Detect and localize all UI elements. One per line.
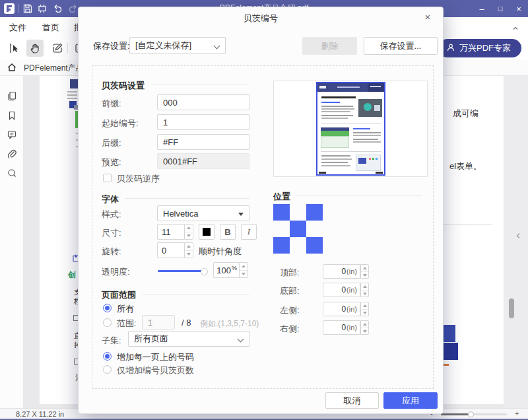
edit-tool-icon[interactable]: [49, 40, 66, 57]
thumb-text-line: [321, 165, 350, 166]
margin-bottom-input[interactable]: 0(in): [323, 283, 360, 297]
thumb-image-detail: [369, 158, 371, 160]
spinner-down-icon[interactable]: [185, 251, 193, 258]
undo-icon[interactable]: [53, 3, 63, 14]
thumb-header-text: [370, 86, 381, 87]
dialog-close-icon[interactable]: ×: [422, 11, 434, 23]
zoom-slider-thumb[interactable]: [468, 411, 474, 417]
menu-item-home[interactable]: 首页: [42, 22, 59, 34]
spinner-down-icon[interactable]: [185, 232, 193, 240]
margin-top-input[interactable]: 0(in): [323, 264, 360, 279]
reverse-order-checkbox[interactable]: [103, 174, 112, 182]
page-preview-box: [273, 81, 428, 177]
opacity-spinner[interactable]: 100%: [213, 262, 248, 278]
increase-only-label: 仅增加编号贝茨页数: [117, 365, 194, 376]
position-cell-middle-left[interactable]: [273, 221, 290, 237]
comment-icon[interactable]: [7, 129, 17, 140]
margin-left-input[interactable]: 0(in): [323, 302, 360, 316]
dropdown-triangle-icon: [238, 213, 244, 216]
opacity-slider[interactable]: [158, 270, 205, 272]
save-icon[interactable]: [22, 3, 33, 14]
expert-account-button[interactable]: 万兴PDF专家: [438, 39, 521, 57]
prefix-input[interactable]: [157, 94, 249, 110]
pages-panel-icon[interactable]: [7, 90, 17, 101]
snapshot-icon[interactable]: [37, 3, 48, 14]
save-settings-value: [自定义未保存]: [135, 40, 191, 52]
spinner-down-icon[interactable]: [240, 271, 248, 278]
font-style-select[interactable]: Helvetica: [157, 205, 249, 221]
position-cell-top-right[interactable]: [306, 204, 323, 221]
position-cell-top-center[interactable]: [290, 204, 306, 221]
collapse-ribbon-icon[interactable]: [512, 22, 519, 29]
font-size-spinner[interactable]: 11: [157, 224, 193, 240]
right-panel-gutter: [504, 76, 528, 408]
apply-button[interactable]: 应用: [383, 392, 438, 409]
opacity-label: 透明度:: [102, 266, 130, 278]
position-grid: [273, 204, 323, 254]
cancel-button[interactable]: 取消: [325, 392, 379, 409]
range-all-radio[interactable]: [103, 304, 112, 312]
spinner-down-icon[interactable]: [361, 328, 368, 335]
position-cell-middle-right[interactable]: [306, 221, 323, 237]
subset-select[interactable]: 所有页面: [128, 331, 249, 347]
page-blue-block: [444, 325, 455, 342]
spinner-down-icon[interactable]: [361, 310, 368, 316]
spinner-down-icon[interactable]: [361, 291, 368, 297]
redo-icon[interactable]: [67, 3, 78, 14]
position-cell-bottom-left[interactable]: [273, 237, 290, 254]
spinner-up-icon[interactable]: [361, 302, 368, 310]
spinner-up-icon[interactable]: [185, 225, 193, 232]
search-icon[interactable]: [7, 168, 17, 178]
panel-expand-icon[interactable]: [515, 230, 521, 242]
position-cell-center[interactable]: [290, 221, 306, 237]
position-cell-bottom-center[interactable]: [290, 237, 306, 254]
delete-settings-button[interactable]: 删除: [302, 37, 357, 55]
margin-right-spinner[interactable]: [360, 320, 369, 335]
range-custom-radio[interactable]: [103, 318, 112, 327]
italic-button[interactable]: I: [241, 224, 257, 240]
margin-right-input[interactable]: 0(in): [323, 320, 360, 335]
margin-bottom-spinner[interactable]: [360, 283, 369, 297]
start-number-input[interactable]: [157, 114, 249, 130]
zoom-in-icon[interactable]: +: [515, 409, 519, 417]
bold-button[interactable]: B: [220, 224, 236, 240]
save-settings-button[interactable]: 保存设置...: [364, 37, 438, 55]
thumb-image-detail: [376, 158, 378, 160]
close-window-button[interactable]: ×: [510, 0, 528, 17]
range-input[interactable]: [142, 315, 175, 330]
hand-tool-icon[interactable]: [26, 40, 44, 57]
home-icon[interactable]: [7, 62, 17, 75]
thumb-text-line: [353, 139, 378, 140]
save-settings-select[interactable]: [自定义未保存]: [129, 37, 226, 54]
font-color-button[interactable]: [199, 224, 214, 240]
bookmark-icon[interactable]: [7, 110, 17, 121]
select-tool-icon[interactable]: [5, 40, 22, 57]
margin-bottom-label: 底部:: [280, 285, 300, 297]
spinner-up-icon[interactable]: [185, 243, 193, 251]
thumb-table-body: [321, 136, 349, 148]
position-cell-top-left[interactable]: [273, 204, 290, 221]
suffix-input[interactable]: [157, 134, 249, 150]
position-cell-bottom-right[interactable]: [306, 237, 323, 254]
spinner-up-icon[interactable]: [240, 263, 248, 271]
increase-every-radio[interactable]: [103, 352, 112, 361]
maximize-button[interactable]: □: [491, 0, 510, 17]
page-text-fragment: 成可编: [453, 108, 478, 120]
minimize-button[interactable]: –: [473, 0, 491, 17]
bates-section-title: 贝茨码设置: [102, 80, 145, 92]
menu-item-file[interactable]: 文件: [9, 22, 26, 34]
spinner-up-icon[interactable]: [361, 283, 368, 291]
increase-only-radio[interactable]: [103, 365, 112, 374]
margin-left-spinner[interactable]: [360, 302, 369, 316]
vertical-scrollbar[interactable]: [509, 298, 514, 318]
spinner-up-icon[interactable]: [361, 265, 368, 272]
spinner-down-icon[interactable]: [361, 272, 368, 279]
page-size-status: 8.27 X 11.22 in: [16, 410, 64, 418]
rotate-spinner[interactable]: 0: [157, 242, 193, 258]
rotate-label: 旋转:: [102, 246, 121, 258]
spinner-up-icon[interactable]: [361, 321, 368, 328]
section-divider: [151, 85, 249, 85]
zoom-slider-track[interactable]: [441, 413, 507, 415]
margin-top-spinner[interactable]: [360, 264, 369, 279]
attachment-icon[interactable]: [7, 149, 17, 159]
